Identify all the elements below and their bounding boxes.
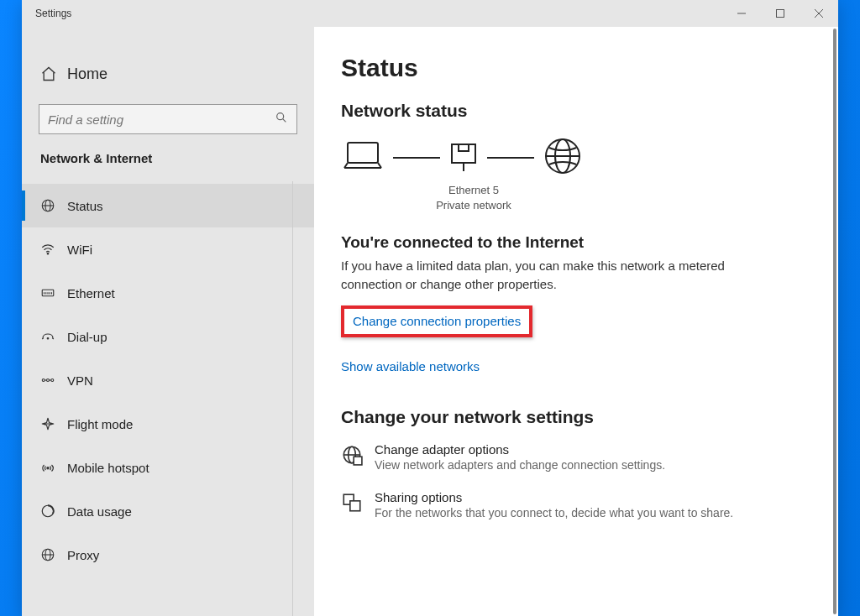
sidebar-nav: Status WiFi Ethernet (22, 184, 314, 577)
svg-point-18 (47, 379, 50, 382)
page-title: Status (341, 54, 808, 82)
connector-line (487, 157, 534, 159)
window-title: Settings (22, 8, 71, 19)
connected-heading: You're connected to the Internet (341, 233, 808, 252)
setting-title: Change adapter options (375, 442, 665, 457)
close-button[interactable] (800, 0, 838, 27)
connector-line (393, 157, 440, 159)
home-nav[interactable]: Home (22, 55, 314, 92)
sidebar-item-status[interactable]: Status (22, 184, 314, 227)
link-show-available-networks[interactable]: Show available networks (341, 359, 480, 373)
dialup-icon (40, 329, 67, 344)
setting-title: Sharing options (375, 490, 733, 504)
window-body: Home Network & Internet Status (22, 27, 838, 616)
vpn-icon (40, 373, 67, 388)
sidebar-item-proxy[interactable]: Proxy (22, 533, 314, 577)
setting-subtitle: For the networks that you connect to, de… (375, 506, 733, 519)
highlight-box: Change connection properties (341, 305, 532, 337)
hotspot-icon (40, 460, 67, 475)
section-change-settings: Change your network settings (341, 407, 808, 427)
connected-description: If you have a limited data plan, you can… (341, 257, 727, 294)
network-diagram (341, 136, 808, 180)
sidebar-item-label: Status (67, 199, 103, 213)
sidebar-item-label: Flight mode (67, 417, 133, 431)
airplane-icon (40, 416, 67, 431)
search-box[interactable] (39, 104, 297, 134)
minimize-button[interactable] (722, 0, 761, 27)
sidebar-item-dialup[interactable]: Dial-up (22, 315, 314, 358)
sidebar-item-label: Dial-up (67, 330, 108, 344)
svg-point-17 (42, 379, 45, 382)
setting-change-adapter-options[interactable]: Change adapter options View network adap… (341, 442, 808, 472)
svg-point-4 (277, 113, 284, 120)
home-icon (40, 65, 64, 82)
content-divider (292, 181, 293, 616)
search-icon (275, 111, 288, 128)
diagram-caption: Ethernet 5 Private network (339, 183, 608, 213)
scrollbar[interactable] (833, 29, 836, 614)
search-input[interactable] (48, 112, 275, 127)
content-pane: Status Network status Ethernet 5 Private… (314, 27, 838, 616)
data-usage-icon (40, 504, 67, 519)
svg-point-19 (51, 379, 54, 382)
window-controls (722, 0, 838, 27)
laptop-icon (341, 138, 385, 178)
svg-rect-39 (350, 501, 360, 511)
connection-name: Ethernet 5 (339, 183, 608, 198)
wifi-icon (40, 242, 67, 257)
sidebar: Home Network & Internet Status (22, 27, 314, 616)
maximize-button[interactable] (761, 0, 800, 27)
sidebar-item-label: Proxy (67, 548, 99, 562)
sidebar-item-label: VPN (67, 373, 93, 388)
setting-subtitle: View network adapters and change connect… (375, 458, 665, 472)
sharing-icon (341, 490, 375, 519)
proxy-icon (40, 547, 67, 562)
sidebar-item-label: WiFi (67, 243, 92, 257)
link-change-connection-properties[interactable]: Change connection properties (353, 314, 521, 328)
section-network-status: Network status (341, 101, 808, 121)
sidebar-item-mobile-hotspot[interactable]: Mobile hotspot (22, 446, 314, 489)
svg-point-22 (47, 467, 49, 469)
home-label: Home (67, 65, 108, 83)
svg-point-9 (47, 253, 49, 255)
sidebar-item-ethernet[interactable]: Ethernet (22, 271, 314, 315)
svg-point-16 (47, 338, 49, 340)
category-heading: Network & Internet (22, 151, 314, 165)
titlebar: Settings (22, 0, 838, 27)
svg-rect-37 (354, 457, 362, 465)
sidebar-item-data-usage[interactable]: Data usage (22, 489, 314, 533)
sidebar-item-label: Ethernet (67, 286, 115, 300)
sidebar-item-label: Mobile hotspot (67, 461, 149, 475)
sidebar-item-wifi[interactable]: WiFi (22, 227, 314, 271)
connection-type: Private network (339, 198, 608, 213)
svg-rect-27 (348, 143, 378, 163)
sidebar-item-vpn[interactable]: VPN (22, 358, 314, 402)
search-container (39, 104, 297, 134)
ethernet-icon (40, 285, 67, 300)
svg-line-5 (283, 119, 286, 123)
sidebar-item-flight-mode[interactable]: Flight mode (22, 402, 314, 446)
sidebar-item-label: Data usage (67, 504, 132, 519)
ethernet-node-icon (448, 138, 479, 178)
internet-globe-icon (543, 136, 583, 180)
setting-sharing-options[interactable]: Sharing options For the networks that yo… (341, 490, 808, 519)
settings-window: Settings Home (22, 0, 838, 616)
svg-rect-29 (459, 144, 469, 151)
settings-list: Change adapter options View network adap… (341, 442, 808, 519)
svg-rect-28 (452, 144, 475, 163)
adapter-icon (341, 442, 375, 472)
svg-rect-1 (777, 10, 784, 18)
globe-icon (40, 198, 67, 213)
